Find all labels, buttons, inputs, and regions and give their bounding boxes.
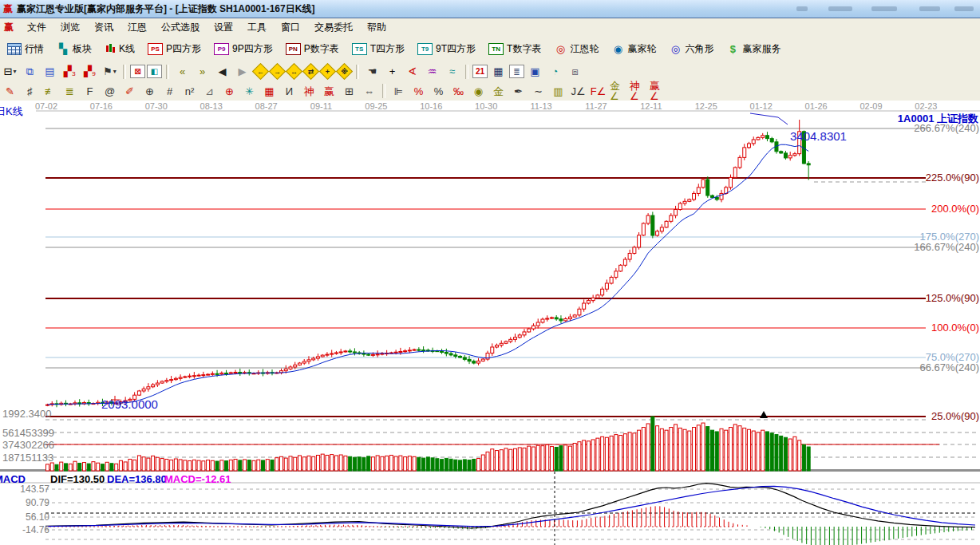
colored-chart-icon[interactable]: ◧ xyxy=(147,65,162,78)
crosshair-tool-icon[interactable]: + xyxy=(383,63,401,80)
menu-item-1[interactable]: 文件 xyxy=(20,19,53,36)
gann-arrow-both-icon[interactable]: ↔ xyxy=(286,63,302,80)
gold-gann-1-icon[interactable]: ≢ xyxy=(41,83,59,100)
menu-item-10[interactable]: 帮助 xyxy=(360,19,393,36)
calendar-icon[interactable]: 21 xyxy=(472,65,488,78)
nav-prev-icon[interactable]: ◀ xyxy=(213,63,231,80)
toolbar-button-9p-square[interactable]: P99P四方形 xyxy=(208,39,279,59)
title-bar: 赢 赢家江恩专业版[赢家内部服务平台] - [上证指数 SH1A0001-167… xyxy=(0,0,980,18)
toolbar-button-quote[interactable]: 行情 xyxy=(2,39,49,59)
n2-ruler-icon[interactable]: n² xyxy=(180,83,199,100)
menu-item-8[interactable]: 窗口 xyxy=(274,19,307,36)
toolbar-button-gann-wheel[interactable]: ◎江恩轮 xyxy=(548,39,604,59)
flag-marker-icon[interactable]: ⚑▾ xyxy=(101,63,119,80)
sail-angle-icon[interactable]: ⊿ xyxy=(200,83,219,100)
j-angle-icon[interactable]: J∠ xyxy=(569,83,587,100)
toolbar-button-kline[interactable]: K线 xyxy=(99,39,140,59)
printer-icon[interactable]: ⧈ xyxy=(566,63,584,80)
hand-tool-icon[interactable]: ☚ xyxy=(363,63,381,80)
gold-circle-icon[interactable]: ◉ xyxy=(469,83,488,100)
band-tool-icon[interactable]: ♒ xyxy=(423,63,441,80)
notes-icon[interactable]: ≣ xyxy=(509,65,524,78)
star-web-icon[interactable]: ✳ xyxy=(240,83,259,100)
ying-angle-icon[interactable]: 赢∠ xyxy=(649,83,667,100)
toolbar-button-label: P数字表 xyxy=(304,42,339,56)
ying-tool-icon[interactable]: 赢 xyxy=(320,83,338,100)
menu-item-7[interactable]: 工具 xyxy=(240,19,274,36)
period-day-icon[interactable]: ⊟▾ xyxy=(1,63,19,80)
gann-arrow-swap-icon[interactable]: ⇄ xyxy=(302,63,319,80)
price-axis-label: 1992.3400 xyxy=(2,408,65,420)
menu-item-9[interactable]: 交易委托 xyxy=(307,19,360,36)
gann-arrow-right-icon[interactable]: → xyxy=(269,63,286,80)
toolbar-button-9t-square[interactable]: T99T四方形 xyxy=(412,39,481,59)
menu-item-4[interactable]: 江恩 xyxy=(121,19,154,36)
gann-arrow-left-icon[interactable]: ← xyxy=(252,63,269,80)
date-axis-label: 02-23 xyxy=(908,101,943,111)
toolbar-button-t-square[interactable]: TST四方形 xyxy=(346,39,410,59)
grid-web-icon[interactable]: ▦ xyxy=(260,83,279,100)
steps-3-icon[interactable]: ▞₃ xyxy=(61,63,79,80)
macd-hist-value: MACD=-12.61 xyxy=(164,473,231,485)
nav-last-icon[interactable]: » xyxy=(193,63,211,80)
nav-next-icon[interactable]: ▶ xyxy=(233,63,251,80)
select-tool-icon[interactable]: ⊠ xyxy=(130,65,145,78)
compass-red-icon[interactable]: ⊕ xyxy=(220,83,239,100)
menu-item-5[interactable]: 公式选股 xyxy=(154,19,207,36)
seal-tool-icon[interactable]: ✎ xyxy=(1,83,19,100)
titlebar-ghost-1 xyxy=(796,6,808,11)
gold-box-icon[interactable]: ▥ xyxy=(549,83,567,100)
toolbar-button-winner-wheel[interactable]: ◉赢家轮 xyxy=(606,39,662,59)
gold-angle-icon[interactable]: 金∠ xyxy=(609,83,627,100)
permille-line-icon[interactable]: ‰ xyxy=(449,83,468,100)
percent-red-icon[interactable]: % xyxy=(409,83,428,100)
toolbar-button-sectors[interactable]: ▚板块 xyxy=(51,39,97,59)
f-comb-icon[interactable]: F xyxy=(81,83,99,100)
menu-item-3[interactable]: 资讯 xyxy=(87,19,121,36)
shen-angle-icon[interactable]: 神∠ xyxy=(629,83,647,100)
toolbar-button-t-number-table[interactable]: TNT数字表 xyxy=(483,39,547,59)
wave-tool-icon[interactable]: ∼ xyxy=(529,83,547,100)
angle-tool-icon[interactable]: ∢ xyxy=(403,63,421,80)
chart-clock-icon[interactable]: ◔ xyxy=(546,63,564,80)
curve-tool-icon[interactable]: ≈ xyxy=(443,63,461,80)
annotation-start-value: 2093.0000 xyxy=(101,397,158,411)
chart-region[interactable]: 日K线 1A0001 上证指数 2093.0000 3404.8301 MACD… xyxy=(0,101,980,545)
percent-black-icon[interactable]: % xyxy=(429,83,448,100)
calculator-icon[interactable]: ▦ xyxy=(489,63,508,80)
toolbar-button-winner-service[interactable]: $赢家服务 xyxy=(721,39,786,59)
titlebar-ghost-5 xyxy=(954,6,974,11)
menu-item-6[interactable]: 设置 xyxy=(207,19,240,36)
date-axis-label: 10-30 xyxy=(468,101,504,111)
toolbar-button-label: K线 xyxy=(119,42,135,56)
nav-first-icon[interactable]: « xyxy=(173,63,192,80)
toolbar-button-hexagon[interactable]: ◎六角形 xyxy=(663,39,719,59)
brush-tool-icon[interactable]: ✐ xyxy=(121,83,139,100)
menu-item-2[interactable]: 浏览 xyxy=(53,19,87,36)
toolbar-button-p-number-table[interactable]: PNP数字表 xyxy=(280,39,345,59)
spiral-tool-icon[interactable]: @ xyxy=(101,83,119,100)
toolbar-button-label: 江恩轮 xyxy=(570,42,599,56)
percent-ladder-icon[interactable]: ⊫ xyxy=(389,83,408,100)
ruler-comb-icon[interactable]: ♯ xyxy=(21,83,39,100)
f-angle-icon[interactable]: F∠ xyxy=(589,83,607,100)
toolbar-button-label: 9P四方形 xyxy=(232,42,273,56)
clipboard-icon[interactable]: ▤ xyxy=(41,63,59,80)
save-icon[interactable]: ▣ xyxy=(526,63,544,80)
plain-comb-icon[interactable]: # xyxy=(160,83,179,100)
circle-ruler-icon[interactable]: ⊕ xyxy=(140,83,159,100)
width-tool-icon[interactable]: ⇔ xyxy=(360,83,378,100)
gann-level-label: 100.0%(0) xyxy=(910,322,979,334)
wave-mark-icon[interactable]: И xyxy=(280,83,298,100)
ruler-123-icon[interactable]: ⊞ xyxy=(340,83,358,100)
shen-tool-icon[interactable]: 神 xyxy=(300,83,318,100)
steps-9-icon[interactable]: ▞₉ xyxy=(81,63,99,80)
pattern-tool-icon[interactable]: ⧉ xyxy=(21,63,39,80)
gann-arrow-cross-icon[interactable]: + xyxy=(319,63,336,80)
period-label: 日K线 xyxy=(0,105,23,119)
gold-line-icon[interactable]: 金 xyxy=(489,83,508,100)
toolbar-button-p-square[interactable]: PSP四方形 xyxy=(142,39,207,59)
gold-gann-2-icon[interactable]: ≣ xyxy=(61,83,79,100)
ink-pen-icon[interactable]: ✒ xyxy=(509,83,528,100)
gann-arrow-all-icon[interactable]: ※ xyxy=(336,63,353,80)
